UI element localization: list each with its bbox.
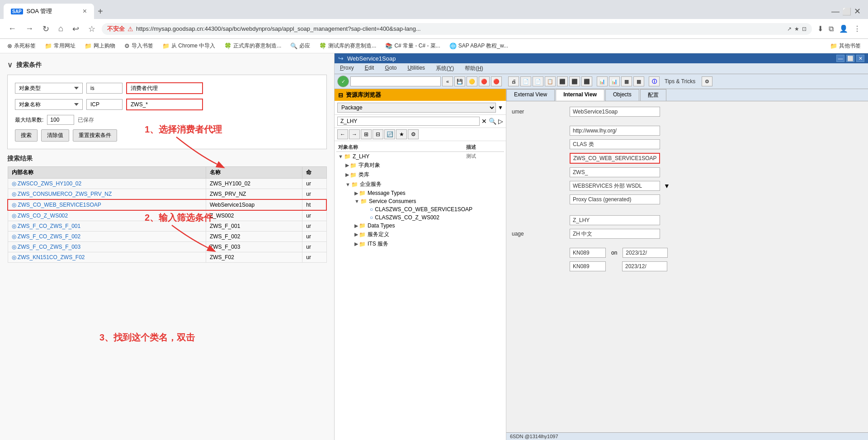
collapse-icon[interactable]: ∨ <box>7 61 13 69</box>
field-select-2[interactable]: 对象名称 <box>15 99 83 110</box>
rb-clear-icon[interactable]: ✕ <box>481 118 487 125</box>
tree-node-dict[interactable]: ▶ 📁 字典对象 <box>336 161 504 170</box>
consumer-value[interactable] <box>570 107 660 117</box>
bookmark-others[interactable]: 📁 其他书签 <box>826 41 864 51</box>
command-input[interactable] <box>350 76 441 86</box>
date2-value[interactable] <box>622 261 667 271</box>
download-icon[interactable]: ⬇ <box>816 23 825 35</box>
operator-select-2[interactable]: ICP <box>86 99 123 110</box>
rb-dropdown-icon[interactable]: ▼ <box>498 104 503 111</box>
home-button[interactable]: ⌂ <box>56 23 66 34</box>
bookmark-icon[interactable]: ⊡ <box>802 26 807 32</box>
tool-btn-2[interactable]: 🟡 <box>467 76 477 86</box>
minimize-button[interactable]: — <box>831 7 840 16</box>
proxy-class-value[interactable] <box>570 153 660 164</box>
rb-search-icon[interactable]: 🔍 <box>489 118 496 125</box>
extensions-icon[interactable]: ⧉ <box>827 23 835 35</box>
rb-nav-icon[interactable]: ▷ <box>498 118 503 125</box>
search-button[interactable]: 搜索 <box>15 129 38 142</box>
bookmark-bing[interactable]: 🔍 必应 <box>287 41 314 51</box>
tool-btn-10[interactable]: ⬛ <box>569 76 580 86</box>
tool-btn-6[interactable]: 📄 <box>520 76 531 86</box>
close-button[interactable]: ✕ <box>854 6 861 16</box>
tool-btn-14[interactable]: ▦ <box>621 76 632 86</box>
tool-btn-9[interactable]: ⬛ <box>557 76 568 86</box>
result-link[interactable]: ◎ ZWS_CO_Z_WS002 <box>12 213 68 219</box>
result-link[interactable]: ◎ ZWS_F_CO_ZWS_F_003 <box>12 244 81 250</box>
sap-minimize-button[interactable]: — <box>836 55 844 62</box>
result-link[interactable]: ◎ ZWSCO_ZWS_HY100_02 <box>12 180 82 187</box>
namespace-value[interactable] <box>570 167 660 177</box>
menu-utilities[interactable]: Utilities <box>402 63 430 74</box>
wsdl-dropdown-icon[interactable]: ▼ <box>664 182 670 189</box>
result-link-highlighted[interactable]: ◎ ZWS_CO_WEB_SERVICE1SOAP <box>12 202 101 208</box>
rb-expand-btn[interactable]: ⊞ <box>361 129 372 139</box>
menu-help[interactable]: 帮助(H) <box>459 63 489 74</box>
result-link[interactable]: ◎ ZWS_CONSUMERCO_ZWS_PRV_NZ <box>12 191 112 197</box>
tool-btn-7[interactable]: 📄 <box>533 76 543 86</box>
tab-close-button[interactable]: × <box>83 7 87 15</box>
tab-internal-view[interactable]: Internal View <box>556 89 604 101</box>
bookmark-common-urls[interactable]: 📁 常用网址 <box>41 41 79 51</box>
reset-button[interactable]: 重置搜索条件 <box>73 129 117 142</box>
share-icon[interactable]: ↗ <box>787 26 792 32</box>
tool-btn-12[interactable]: 📊 <box>597 76 608 86</box>
rb-search-input[interactable] <box>337 117 480 126</box>
rb-refresh-btn[interactable]: 🔃 <box>384 129 395 139</box>
tool-btn-settings[interactable]: ⚙ <box>702 76 712 86</box>
tab-external-view[interactable]: External View <box>506 89 555 101</box>
operator-select-1[interactable]: is <box>86 83 123 94</box>
profile-icon[interactable]: 👤 <box>837 23 850 35</box>
tool-btn-1[interactable]: « <box>442 76 453 86</box>
tab-objects[interactable]: Objects <box>605 89 639 101</box>
rb-collapse-btn[interactable]: ⊟ <box>373 129 383 139</box>
tree-node-service-consumers[interactable]: ▼ 📁 Service Consumers <box>336 197 504 205</box>
bookmark-star-button[interactable]: ☆ <box>85 23 98 35</box>
tool-btn-15[interactable]: ▦ <box>633 76 644 86</box>
result-link[interactable]: ◎ ZWS_F_CO_ZWS_F_002 <box>12 233 81 240</box>
package-value[interactable] <box>570 215 660 225</box>
tree-node-data-types[interactable]: ▶ 📁 Data Types <box>336 222 504 230</box>
menu-goto[interactable]: Goto <box>379 63 402 74</box>
tree-node-service-def[interactable]: ▶ 📁 服务定义 <box>336 230 504 239</box>
bookmark-shopping[interactable]: 📁 网上购物 <box>81 41 119 51</box>
tool-btn-11[interactable]: ⬛ <box>581 76 592 86</box>
tool-btn-5[interactable]: 🖨 <box>508 76 519 86</box>
tool-btn-info[interactable]: ⓘ <box>649 76 660 86</box>
bookmark-csharp[interactable]: 📚 C# 常量 - C# - 菜... <box>382 41 443 51</box>
bookmark-import[interactable]: ⚙ 导入书签 <box>121 41 157 51</box>
tree-node-claszws-service1soap[interactable]: ○ CLASZWS_CO_WEB_SERVICE1SOAP <box>336 205 504 213</box>
menu-edit[interactable]: Edit <box>359 63 380 74</box>
new-tab-button[interactable]: + <box>98 6 103 17</box>
tool-btn-13[interactable]: 📊 <box>609 76 620 86</box>
bookmark-kill-tab[interactable]: ⊗ 杀死标签 <box>4 41 39 51</box>
user2-value[interactable] <box>570 261 606 271</box>
max-results-input[interactable] <box>47 115 74 125</box>
clear-button[interactable]: 清除值 <box>41 129 69 142</box>
bookmark-test[interactable]: 🍀 测试库的赛意制造... <box>316 41 380 51</box>
field-select-1[interactable]: 对象类型 <box>15 83 83 94</box>
rb-forward-btn[interactable]: → <box>349 129 360 139</box>
value-input-1[interactable] <box>126 82 203 94</box>
sap-close-button[interactable]: ✕ <box>856 55 864 62</box>
bookmark-official[interactable]: 🍀 正式库的赛意制造... <box>221 41 285 51</box>
back-button[interactable]: ← <box>5 23 19 34</box>
restore-button[interactable]: ⬜ <box>842 7 851 16</box>
tree-node-zlhy[interactable]: ▼ 📁 Z_LHY 测试 <box>336 152 504 161</box>
rb-back-btn[interactable]: ← <box>337 129 348 139</box>
tool-save-btn[interactable]: 💾 <box>454 76 465 86</box>
menu-proxy[interactable]: Proxy <box>335 63 359 74</box>
bookmark-sap-abap[interactable]: 🌐 SAP ABAP 教程_w... <box>446 41 512 51</box>
sap-restore-button[interactable]: ⬜ <box>846 55 854 62</box>
wsdl-value[interactable] <box>570 181 660 191</box>
tree-node-enterprise[interactable]: ▼ 📁 企业服务 <box>336 180 504 189</box>
language-value[interactable] <box>570 229 660 239</box>
address-bar[interactable]: 不安全 ⚠ https://mysap.goodsap.cn:44300/sap… <box>102 23 812 35</box>
tool-btn-8[interactable]: 📋 <box>545 76 556 86</box>
rb-filter-select[interactable]: Package <box>337 103 496 113</box>
user1-value[interactable] <box>570 248 606 258</box>
forward-button[interactable]: → <box>23 23 36 34</box>
tree-node-message-types[interactable]: ▶ 📁 Message Types <box>336 189 504 197</box>
bookmark-chrome-import[interactable]: 📁 从 Chrome 中导入 <box>159 41 219 51</box>
result-link[interactable]: ◎ ZWS_F_CO_ZWS_F_001 <box>12 223 81 229</box>
